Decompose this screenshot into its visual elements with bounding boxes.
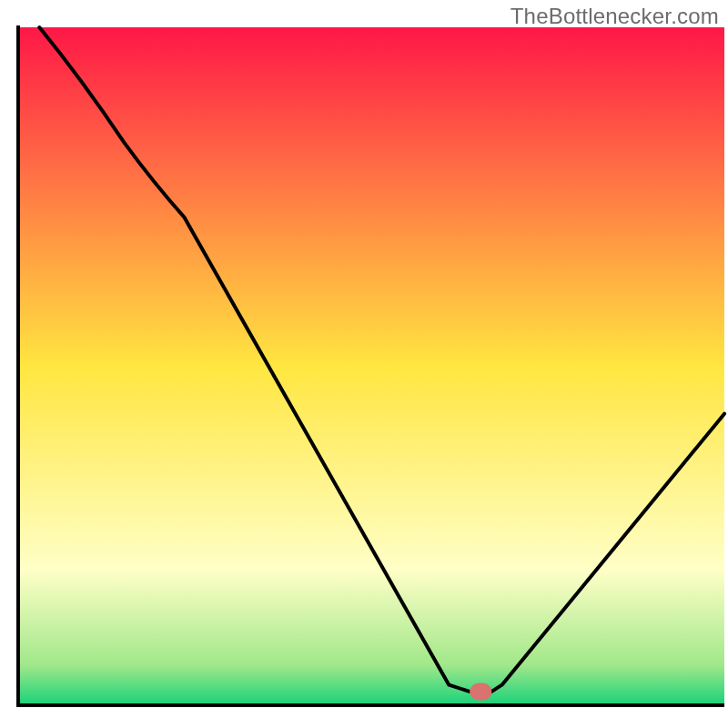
plot-background (20, 27, 724, 705)
chart-container: TheBottlenecker.com (0, 0, 728, 728)
optimal-marker (470, 683, 491, 700)
bottleneck-chart (0, 0, 728, 728)
